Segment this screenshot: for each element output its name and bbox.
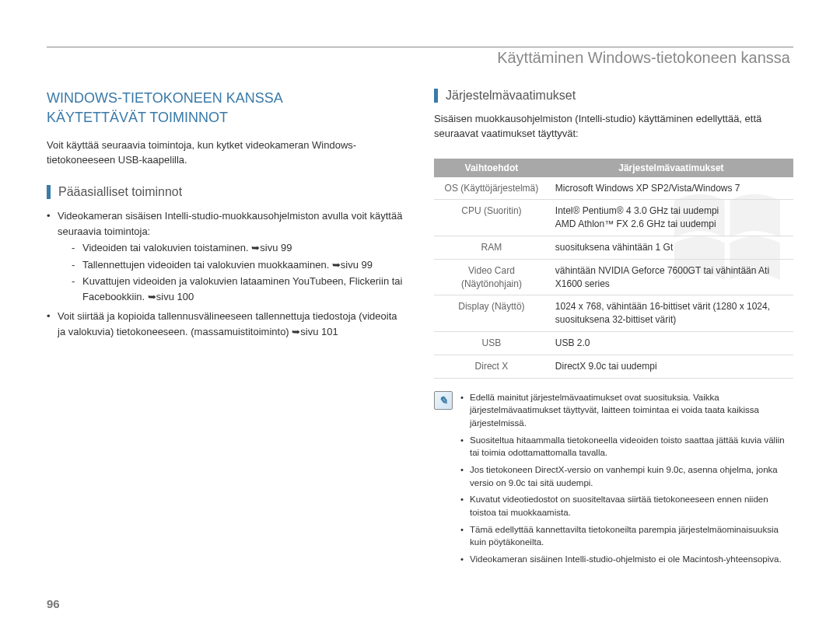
note-item: Kuvatut videotiedostot on suositeltavaa … bbox=[460, 493, 793, 519]
sub-feature-list: Videoiden tai valokuvien toistaminen. ➥s… bbox=[58, 240, 406, 304]
note-item: Jos tietokoneen DirectX-versio on vanhem… bbox=[460, 463, 793, 489]
note-item: Tämä edellyttää kannettavilta tietokonei… bbox=[460, 523, 793, 549]
note-list: Edellä mainitut järjestelmävaatimukset o… bbox=[460, 391, 793, 570]
page-number: 96 bbox=[47, 597, 60, 610]
req-label: RAM bbox=[434, 236, 549, 260]
table-row: RAM suosituksena vähintään 1 Gt bbox=[434, 236, 793, 260]
req-label: USB bbox=[434, 332, 549, 355]
req-value: suosituksena vähintään 1 Gt bbox=[549, 236, 793, 260]
feature-text: Videokameran sisäisen Intelli-studio-muo… bbox=[58, 210, 402, 237]
req-value: Microsoft Windows XP SP2/Vista/Windows 7 bbox=[549, 177, 793, 200]
note-item: Suositeltua hitaammalla tietokoneella vi… bbox=[460, 434, 793, 460]
table-header-requirements: Järjestelmävaatimukset bbox=[549, 159, 793, 177]
page-header: Käyttäminen Windows-tietokoneen kanssa bbox=[47, 49, 793, 67]
left-subhead: Pääasialliset toiminnot bbox=[47, 185, 406, 199]
req-value: vähintään NVIDIA Geforce 7600GT tai vähi… bbox=[549, 259, 793, 295]
system-requirements-table: Vaihtoehdot Järjestelmävaatimukset OS (K… bbox=[434, 159, 793, 379]
req-value: DirectX 9.0c tai uudempi bbox=[549, 355, 793, 378]
req-label: CPU (Suoritin) bbox=[434, 200, 549, 236]
section-title-line2: KÄYTETTÄVÄT TOIMINNOT bbox=[47, 110, 228, 125]
req-label: OS (Käyttöjärjestelmä) bbox=[434, 177, 549, 200]
note-item: Edellä mainitut järjestelmävaatimukset o… bbox=[460, 391, 793, 430]
manual-page: Käyttäminen Windows-tietokoneen kanssa W… bbox=[0, 0, 840, 643]
feature-item: Videokameran sisäisen Intelli-studio-muo… bbox=[47, 208, 406, 304]
req-label: Direct X bbox=[434, 355, 549, 378]
req-value: 1024 x 768, vähintään 16-bittiset värit … bbox=[549, 295, 793, 332]
left-intro: Voit käyttää seuraavia toimintoja, kun k… bbox=[47, 138, 406, 168]
table-row: Direct X DirectX 9.0c tai uudempi bbox=[434, 355, 793, 378]
table-row: OS (Käyttöjärjestelmä) Microsoft Windows… bbox=[434, 177, 793, 200]
header-rule bbox=[47, 47, 793, 47]
right-column: Järjestelmävaatimukset Sisäisen muokkaus… bbox=[434, 89, 793, 570]
sub-feature-item: Videoiden tai valokuvien toistaminen. ➥s… bbox=[72, 240, 406, 256]
table-row: Video Card (Näytönohjain) vähintään NVID… bbox=[434, 259, 793, 295]
section-title: WINDOWS-TIETOKONEEN KANSSA KÄYTETTÄVÄT T… bbox=[47, 89, 406, 128]
note-icon: ✎ bbox=[434, 391, 453, 410]
sub-feature-item: Kuvattujen videoiden ja valokuvien lataa… bbox=[72, 274, 406, 304]
table-header-options: Vaihtoehdot bbox=[434, 159, 549, 177]
section-title-line1: WINDOWS-TIETOKONEEN KANSSA bbox=[47, 90, 283, 106]
sub-feature-item: Tallennettujen videoiden tai valokuvien … bbox=[72, 257, 406, 273]
right-intro: Sisäisen muokkausohjelmiston (Intelli-st… bbox=[434, 112, 793, 142]
req-value: Intel® Pentium® 4 3.0 GHz tai uudempi AM… bbox=[549, 200, 793, 236]
req-value: USB 2.0 bbox=[549, 332, 793, 355]
req-label: Video Card (Näytönohjain) bbox=[434, 259, 549, 295]
note-item: Videokameran sisäinen Intelli-studio-ohj… bbox=[460, 553, 793, 566]
table-row: Display (Näyttö) 1024 x 768, vähintään 1… bbox=[434, 295, 793, 332]
main-features-list: Videokameran sisäisen Intelli-studio-muo… bbox=[47, 208, 406, 339]
table-row: CPU (Suoritin) Intel® Pentium® 4 3.0 GHz… bbox=[434, 200, 793, 236]
table-row: USB USB 2.0 bbox=[434, 332, 793, 355]
right-subhead: Järjestelmävaatimukset bbox=[434, 89, 793, 103]
feature-item: Voit siirtää ja kopioida tallennusväline… bbox=[47, 309, 406, 339]
note-box: ✎ Edellä mainitut järjestelmävaatimukset… bbox=[434, 391, 793, 570]
req-label: Display (Näyttö) bbox=[434, 295, 549, 332]
left-column: WINDOWS-TIETOKONEEN KANSSA KÄYTETTÄVÄT T… bbox=[47, 89, 406, 570]
two-column-layout: WINDOWS-TIETOKONEEN KANSSA KÄYTETTÄVÄT T… bbox=[47, 89, 793, 570]
